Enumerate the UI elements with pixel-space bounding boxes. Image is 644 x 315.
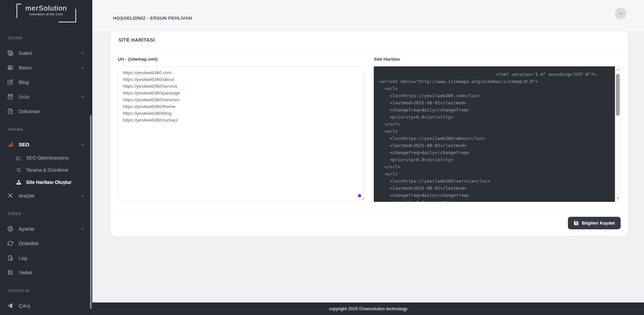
save-button[interactable]: Bilgileri Kaydet — [568, 217, 621, 229]
url-column: Url - (sitemap.xml) https://yesilweb360.… — [118, 57, 365, 202]
page-footer: copyright 2025 ©mersolution technology — [92, 302, 644, 315]
search-icon — [16, 168, 21, 173]
sidebar-item-onbellek[interactable]: Önbellek — [0, 236, 92, 251]
sidebar-item-seo-optimizasyonu[interactable]: SEO Optimizasyonu — [0, 152, 92, 164]
sidebar-item-label: Yedek — [19, 270, 85, 275]
sidebar-item-label: Blog — [19, 79, 85, 85]
page-title: SİTE HARİTASI — [118, 37, 155, 43]
sidebar-item-dokuman[interactable]: Doküman — [0, 104, 92, 119]
section-title-arama: ARAMA — [8, 127, 84, 132]
xml-scrollbar-thumb[interactable] — [616, 74, 620, 116]
gallery-icon — [7, 50, 13, 56]
main-area: HOŞGELDİNİZ - ERSUN PEHLİVAN SİTE HARİTA… — [92, 0, 644, 315]
file-text-icon — [7, 108, 13, 114]
sidebar-item-label: Doküman — [19, 108, 85, 114]
sidebar-item-seo[interactable]: SEO — [0, 137, 92, 152]
section-title-diger: DİĞER — [8, 212, 84, 216]
sitemap-xml-viewer: <?xml version="1.0" encoding="UTF-8"?> <… — [374, 66, 621, 202]
scroll-up-arrow-icon[interactable]: ▲ — [615, 68, 620, 71]
url-label: Url - (sitemap.xml) — [118, 57, 365, 62]
copyright-text: copyright 2025 ©mersolution technology — [329, 306, 407, 311]
sidebar-item-log[interactable]: Log — [0, 251, 92, 265]
topbar: HOŞGELDİNİZ - ERSUN PEHLİVAN — [92, 0, 644, 31]
sidebar-item-tarama-dizinleme[interactable]: Tarama & Dizinleme — [0, 164, 92, 176]
chevron-down-icon — [80, 65, 85, 70]
sidebar-item-label: Galeri — [19, 50, 80, 56]
sitemap-icon — [16, 180, 21, 185]
sidebar-item-ayarlar[interactable]: Ayarlar — [0, 222, 92, 236]
section-title-icerik: İÇERİK — [8, 36, 84, 40]
sitemap-label: Site Haritası — [374, 57, 621, 62]
sidebar-item-cikis[interactable]: Çıkış — [0, 298, 92, 313]
chevron-up-icon — [80, 142, 85, 147]
content-area: SİTE HARİTASI Url - (sitemap.xml) https:… — [92, 31, 644, 302]
chevron-down-icon — [80, 94, 85, 99]
sitemap-column: Site Haritası <?xml version="1.0" encodi… — [374, 57, 621, 202]
floppy-disk-icon — [574, 220, 579, 226]
bar-chart-icon — [7, 142, 13, 147]
save-button-label: Bilgileri Kaydet — [582, 220, 615, 226]
sidebar-item-label: Log — [19, 255, 85, 261]
sidebar-item-blog[interactable]: Blog — [0, 75, 92, 89]
chevron-down-icon — [80, 227, 85, 231]
newspaper-icon — [7, 65, 13, 70]
logout-icon — [7, 303, 13, 309]
sidebar-item-label: SEO — [19, 142, 80, 147]
shopping-bag-icon — [7, 94, 13, 100]
sitemap-urls-input[interactable]: https://yesilweb360.com https://yesilweb… — [118, 66, 365, 201]
sitemap-card: SİTE HARİTASI Url - (sitemap.xml) https:… — [111, 31, 628, 236]
edit-icon — [7, 79, 13, 85]
sidebar-item-yedek[interactable]: Yedek — [0, 265, 92, 280]
refresh-icon — [7, 240, 13, 246]
avatar-placeholder-mark — [619, 13, 622, 14]
sidebar-item-galeri[interactable]: Galeri — [0, 46, 92, 60]
card-header: SİTE HARİTASI — [111, 31, 628, 48]
xml-scrollbar[interactable]: ▲ ▼ — [615, 66, 621, 202]
sitemap-xml-code[interactable]: <?xml version="1.0" encoding="UTF-8"?> <… — [374, 66, 615, 202]
logo-bracket-left — [17, 4, 21, 18]
card-footer: Bilgileri Kaydet — [111, 210, 628, 236]
sidebar: merSolution Innovation at the Core İÇERİ… — [0, 0, 92, 315]
seo-submenu: SEO Optimizasyonu Tarama & Dizinleme Sit… — [0, 152, 92, 188]
logo: merSolution Innovation at the Core — [0, 0, 92, 27]
card-body: Url - (sitemap.xml) https://yesilweb360.… — [111, 48, 628, 210]
clipboard-clock-icon — [7, 255, 13, 261]
section-title-guvenlik: GÜVENLİK — [8, 289, 84, 293]
sidebar-item-araclar[interactable]: Araçlar — [0, 188, 92, 203]
sidebar-item-basin[interactable]: Basın — [0, 60, 92, 75]
chevron-down-icon — [80, 193, 85, 198]
avatar[interactable] — [615, 8, 626, 19]
logo-bracket-right — [59, 9, 76, 22]
gear-icon — [7, 226, 13, 232]
sidebar-item-label: Site Haritası Oluştur — [26, 180, 85, 185]
chart-line-icon — [16, 155, 21, 161]
sidebar-item-label: Ayarlar — [19, 226, 80, 232]
sidebar-item-label: Önbellek — [19, 240, 85, 246]
sidebar-item-label: Ürün — [19, 94, 80, 100]
database-icon — [7, 270, 13, 275]
sidebar-item-label: SEO Optimizasyonu — [26, 155, 85, 161]
welcome-text: HOŞGELDİNİZ - ERSUN PEHLİVAN — [113, 16, 192, 21]
crossed-tools-icon — [7, 193, 13, 198]
sidebar-item-urun[interactable]: Ürün — [0, 89, 92, 104]
sidebar-item-label: Araçlar — [19, 193, 80, 198]
sidebar-item-site-haritasi-olustur[interactable]: Site Haritası Oluştur — [0, 176, 92, 188]
sidebar-item-label: Tarama & Dizinleme — [26, 167, 85, 173]
chevron-down-icon — [80, 51, 85, 56]
sidebar-scrollbar-thumb[interactable] — [90, 115, 92, 309]
scroll-down-arrow-icon[interactable]: ▼ — [615, 197, 620, 201]
sidebar-item-label: Çıkış — [19, 303, 85, 309]
sidebar-item-label: Basın — [19, 65, 80, 70]
